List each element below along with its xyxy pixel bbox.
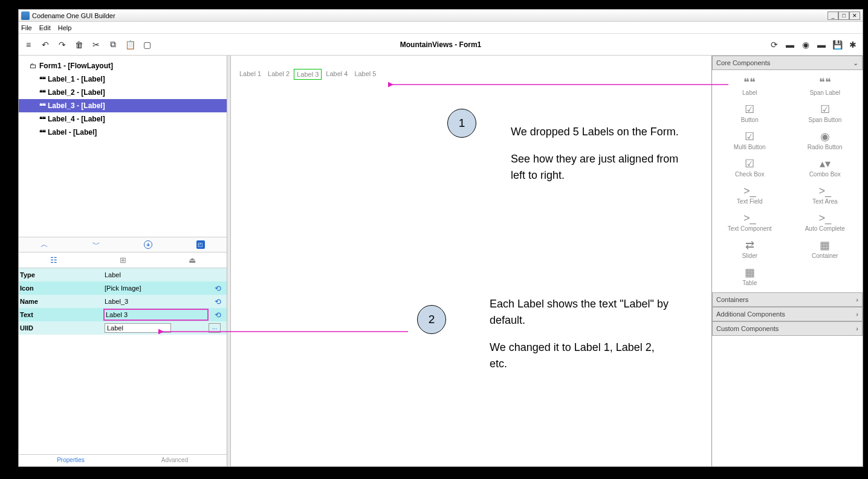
redo-icon[interactable]: ↷ xyxy=(57,40,67,50)
delete-icon[interactable]: 🗑 xyxy=(74,40,84,50)
target-icon[interactable]: ◉ xyxy=(801,40,811,50)
properties-table: TypeLabelIcon[Pick Image]⟲NameLabel_3⟲Te… xyxy=(19,268,227,454)
reset-icon[interactable]: ⟲ xyxy=(209,310,227,320)
palette-component[interactable]: ☑Multi Button xyxy=(712,127,788,154)
label-icon: ❝❝ xyxy=(39,76,45,83)
copy-icon[interactable]: ⧉ xyxy=(108,40,118,50)
label-icon: ❝❝ xyxy=(39,102,45,110)
maximize-button[interactable]: □ xyxy=(838,11,849,20)
reset-icon[interactable]: ⟲ xyxy=(209,284,227,293)
palette-component[interactable]: >_Text Area xyxy=(788,181,863,208)
component-icon: ☑ xyxy=(745,103,754,115)
undo-icon[interactable]: ↶ xyxy=(40,40,50,50)
tree-item[interactable]: ❝❝Label_3 - [Label] xyxy=(19,99,227,112)
property-row: TextLabel 3⟲ xyxy=(19,308,227,321)
palette-component[interactable]: ▦Table xyxy=(712,263,788,290)
cut-icon[interactable]: ✂ xyxy=(91,40,101,50)
tree-item[interactable]: ❝❝Label_1 - [Label] xyxy=(19,72,227,86)
palette-category-header[interactable]: Additional Components› xyxy=(712,307,863,321)
palette-component[interactable]: ◉Radio Button xyxy=(788,127,863,154)
palette-component[interactable]: >_Text Field xyxy=(712,181,788,208)
property-row: Icon[Pick Image]⟲ xyxy=(19,281,227,295)
component-icon: ❝❝ xyxy=(819,76,831,88)
tab-advanced[interactable]: Advanced xyxy=(123,455,227,466)
props-grid-icon[interactable]: ⊞ xyxy=(120,256,126,265)
component-icon: ❝❝ xyxy=(743,76,756,88)
refresh-icon[interactable]: ⟳ xyxy=(769,40,779,50)
device-icon[interactable]: ▬ xyxy=(785,40,795,50)
palette-component[interactable]: ❝❝Label xyxy=(712,72,788,100)
palette-component[interactable]: ❝❝Span Label xyxy=(788,72,863,100)
component-icon: ◉ xyxy=(820,130,830,143)
palette-component[interactable]: >_Auto Complete xyxy=(788,208,863,236)
tree-item[interactable]: ❝❝Label - [Label] xyxy=(19,126,227,139)
palette-component[interactable]: ☑Check Box xyxy=(712,154,788,181)
palette-component[interactable]: ▴▾Combo Box xyxy=(788,154,863,181)
close-button[interactable]: ✕ xyxy=(849,11,860,20)
folder-icon: 🗀 xyxy=(30,62,37,70)
save-icon[interactable]: 💾 xyxy=(832,40,842,50)
canvas-label[interactable]: Label 5 xyxy=(352,69,378,80)
component-icon: ▴▾ xyxy=(820,158,831,170)
palette-category-header[interactable]: Core Components⌄ xyxy=(712,56,863,70)
expand-down-icon[interactable]: ﹀ xyxy=(92,239,100,250)
palette-component[interactable]: ☑Button xyxy=(712,100,788,127)
component-palette: Core Components⌄❝❝Label❝❝Span Label☑Butt… xyxy=(711,56,863,466)
property-row: TypeLabel xyxy=(19,268,227,281)
app-window: Codename One GUI Builder _ □ ✕ File Edit… xyxy=(18,9,863,467)
titlebar: Codename One GUI Builder _ □ ✕ xyxy=(19,10,863,22)
add-icon[interactable]: + xyxy=(144,240,152,249)
label-icon: ❝❝ xyxy=(39,115,45,123)
component-icon: ☑ xyxy=(745,130,754,143)
collapse-up-icon[interactable]: ︿ xyxy=(40,239,48,250)
property-tabs: ☷ ⊞ ⏏ xyxy=(19,252,227,268)
property-row: NameLabel_3⟲ xyxy=(19,295,227,308)
chevron-icon: › xyxy=(856,296,858,303)
canvas-label[interactable]: Label 1 xyxy=(237,69,264,80)
document-title: MountainViews - Form1 xyxy=(400,40,481,49)
menu-edit[interactable]: Edit xyxy=(39,24,51,31)
palette-component[interactable]: ▦Container xyxy=(788,236,863,263)
canvas-label[interactable]: Label 4 xyxy=(323,69,350,80)
canvas-label[interactable]: Label 3 xyxy=(294,69,322,80)
tree-item[interactable]: ❝❝Label_4 - [Label] xyxy=(19,112,227,126)
component-icon: >_ xyxy=(818,212,831,224)
design-canvas[interactable]: Label 1Label 2Label 3Label 4Label 5 xyxy=(231,56,711,466)
left-panel: 🗀 Form1 - [FlowLayout] ❝❝Label_1 - [Labe… xyxy=(19,56,227,466)
component-icon: ☑ xyxy=(745,158,754,170)
component-tree: 🗀 Form1 - [FlowLayout] ❝❝Label_1 - [Labe… xyxy=(19,56,227,237)
palette-component[interactable]: >_Text Component xyxy=(712,208,788,236)
more-button[interactable]: ... xyxy=(209,323,221,333)
menubar: File Edit Help xyxy=(19,22,863,34)
component-icon: ⇄ xyxy=(745,239,754,251)
props-list-icon[interactable]: ☷ xyxy=(50,256,57,265)
tree-root[interactable]: 🗀 Form1 - [FlowLayout] xyxy=(19,59,227,72)
menu-icon[interactable]: ≡ xyxy=(24,40,33,50)
properties-footer: Properties Advanced xyxy=(19,454,227,466)
window-title: Codename One GUI Builder xyxy=(32,12,828,19)
minimize-button[interactable]: _ xyxy=(828,11,838,20)
component-icon: ▦ xyxy=(820,239,830,251)
image-icon[interactable]: ▬ xyxy=(817,40,826,50)
screenshot-icon[interactable]: ◰ xyxy=(196,240,205,249)
palette-category-header[interactable]: Custom Components› xyxy=(712,321,863,336)
props-style-icon[interactable]: ⏏ xyxy=(189,256,196,265)
uiid-input[interactable] xyxy=(105,323,171,333)
tree-item[interactable]: ❝❝Label_2 - [Label] xyxy=(19,86,227,99)
tree-toolbar: ︿ ﹀ + ◰ xyxy=(19,237,227,252)
palette-component[interactable]: ☑Span Button xyxy=(788,100,863,127)
menu-file[interactable]: File xyxy=(21,24,32,31)
menu-help[interactable]: Help xyxy=(58,24,72,31)
tab-properties[interactable]: Properties xyxy=(19,455,123,466)
palette-component[interactable]: ⇄Slider xyxy=(712,236,788,263)
reset-icon[interactable]: ⟲ xyxy=(209,297,227,306)
rect-icon[interactable]: ▢ xyxy=(142,40,152,50)
toolbar: ≡ ↶ ↷ 🗑 ✂ ⧉ 📋 ▢ MountainViews - Form1 ⟳ … xyxy=(19,34,863,56)
palette-category-header[interactable]: Containers› xyxy=(712,292,863,307)
property-row: UIID... xyxy=(19,321,227,335)
component-icon: >_ xyxy=(743,212,756,224)
canvas-label[interactable]: Label 2 xyxy=(265,69,292,80)
settings-icon[interactable]: ✱ xyxy=(848,40,858,50)
paste-icon[interactable]: 📋 xyxy=(125,40,135,50)
chevron-icon: › xyxy=(856,310,858,318)
